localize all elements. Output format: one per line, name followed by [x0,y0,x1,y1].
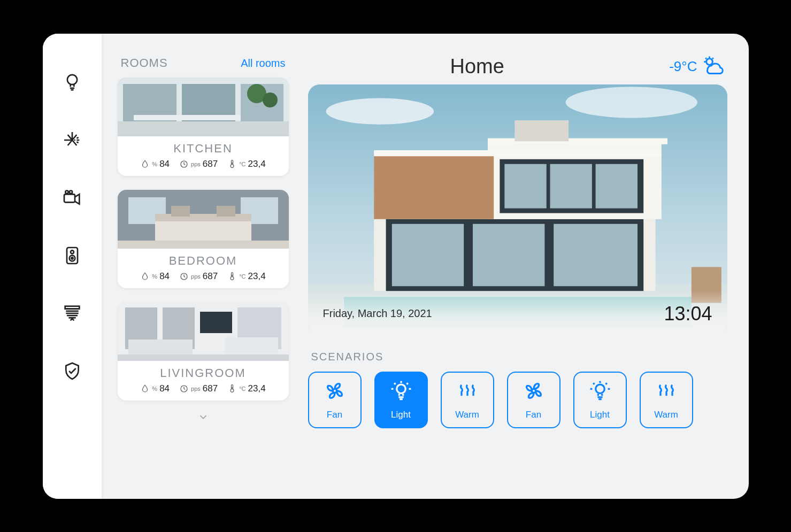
rooms-column: ROOMS All rooms KITCHEN% 84pps 687°C 23,… [118,53,289,483]
room-thumb [118,190,289,249]
svg-rect-14 [134,115,241,120]
nav-light[interactable] [60,71,85,96]
light-icon [389,379,413,405]
room-name: LIVINGROOM [118,366,289,380]
thermometer-icon [227,384,237,394]
scenario-warm[interactable]: Warm [640,372,693,428]
shield-icon [62,360,83,384]
blinds-icon [62,303,83,326]
thermometer-icon [227,272,237,281]
nav-climate[interactable] [60,129,85,153]
svg-rect-34 [118,354,289,361]
svg-rect-53 [374,150,662,156]
room-name: KITCHEN [118,142,289,156]
nav-camera[interactable] [60,187,85,211]
thermometer-icon [227,159,237,169]
room-card[interactable]: BEDROOM% 84pps 687°C 23,4 [118,190,289,288]
scenario-warm[interactable]: Warm [441,372,494,428]
scenario-label: Fan [327,410,342,420]
rooms-list: KITCHEN% 84pps 687°C 23,4BEDROOM% 84pps … [118,78,289,414]
room-card[interactable]: KITCHEN% 84pps 687°C 23,4 [118,78,289,176]
warm-icon [655,379,678,405]
weather: -9°C [669,53,724,80]
all-rooms-link[interactable]: All rooms [241,57,285,70]
hero-time: 13:04 [664,303,712,325]
svg-rect-49 [504,164,546,208]
home-hero: Friday, March 19, 2021 13:04 [308,84,727,336]
svg-point-58 [396,384,405,394]
bulb-icon [62,72,83,95]
svg-rect-55 [514,120,569,141]
weather-temp: -9°C [669,58,697,75]
svg-rect-33 [225,337,278,356]
svg-rect-30 [200,312,232,333]
svg-rect-22 [155,214,251,221]
main-body: Friday, March 19, 2021 13:04 SCENARIOS F… [308,84,727,483]
svg-rect-23 [171,206,190,217]
nav-security[interactable] [60,360,85,384]
scenario-label: Warm [654,410,678,420]
pps-icon [179,159,189,169]
svg-point-0 [67,74,76,84]
humidity-icon [140,272,150,281]
svg-rect-32 [128,340,193,356]
scenarios-row: FanLightWarmFanLightWarm [308,372,727,428]
svg-rect-46 [554,223,638,286]
nav-rail [43,34,102,499]
fan-icon [323,379,347,405]
scenario-light[interactable]: Light [374,372,428,428]
nav-blinds[interactable] [60,302,85,327]
svg-rect-51 [595,164,637,208]
scenario-label: Light [590,410,610,420]
pps-icon [179,384,189,394]
svg-rect-50 [550,164,592,208]
partly-cloudy-icon [701,53,724,80]
svg-point-16 [263,92,278,107]
svg-point-3 [69,190,72,193]
scenario-label: Light [391,410,411,420]
svg-rect-13 [118,121,289,136]
svg-point-5 [71,250,74,253]
scenario-light[interactable]: Light [573,372,627,428]
chevron-down-icon[interactable] [197,411,209,423]
svg-rect-24 [217,206,235,217]
speaker-icon [62,245,83,268]
warm-icon [456,379,479,405]
room-name: BEDROOM [118,254,289,268]
nav-speaker[interactable] [60,244,85,269]
scenario-fan[interactable]: Fan [507,372,560,428]
svg-rect-45 [473,223,544,286]
hero-date: Friday, March 19, 2021 [323,307,432,320]
content: ROOMS All rooms KITCHEN% 84pps 687°C 23,… [102,34,749,499]
room-thumb [118,302,289,361]
svg-rect-1 [64,194,75,202]
svg-point-7 [71,257,73,259]
svg-rect-52 [374,153,494,219]
pps-icon [179,272,189,281]
room-thumb [118,78,289,136]
app-frame: ROOMS All rooms KITCHEN% 84pps 687°C 23,… [43,34,749,499]
svg-point-6 [69,255,75,261]
svg-point-39 [565,87,697,118]
main-header: Home -9°C [308,53,727,84]
scenario-fan[interactable]: Fan [308,372,362,428]
svg-point-2 [65,190,68,193]
svg-point-60 [595,384,604,394]
light-icon [588,379,612,405]
room-stats: % 84pps 687°C 23,4 [118,383,289,400]
scenarios-heading: SCENARIOS [311,351,727,363]
fan-icon [522,379,546,405]
rooms-heading: ROOMS [121,56,168,70]
svg-rect-44 [391,223,463,286]
page-title: Home [450,55,504,78]
climate-icon [62,129,83,153]
scenario-label: Warm [455,410,479,420]
svg-point-36 [706,58,712,65]
humidity-icon [140,159,150,169]
svg-rect-25 [118,241,289,249]
room-stats: % 84pps 687°C 23,4 [118,159,289,176]
room-card[interactable]: LIVINGROOM% 84pps 687°C 23,4 [118,302,289,400]
humidity-icon [140,384,150,394]
scenario-label: Fan [526,410,541,420]
svg-point-38 [326,98,434,124]
